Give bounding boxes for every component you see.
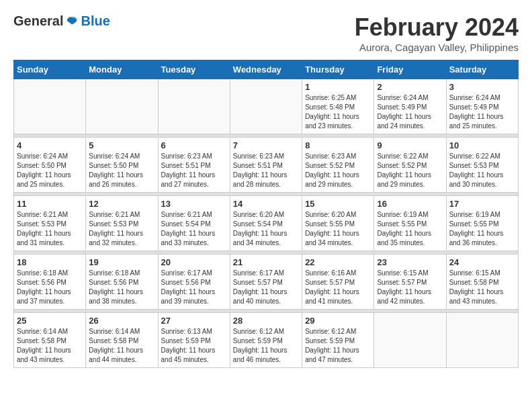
weekday-header-monday: Monday bbox=[86, 60, 158, 79]
calendar-day-cell: 20Sunrise: 6:17 AMSunset: 5:56 PMDayligh… bbox=[158, 255, 230, 310]
day-number: 17 bbox=[449, 199, 515, 209]
calendar-day-cell: 5Sunrise: 6:24 AMSunset: 5:50 PMDaylight… bbox=[86, 138, 158, 193]
calendar-day-cell: 25Sunrise: 6:14 AMSunset: 5:58 PMDayligh… bbox=[14, 313, 86, 368]
calendar-table: SundayMondayTuesdayWednesdayThursdayFrid… bbox=[13, 60, 519, 368]
day-number: 19 bbox=[89, 257, 154, 267]
calendar-subtitle: Aurora, Cagayan Valley, Philippines bbox=[355, 42, 519, 53]
calendar-day-cell: 27Sunrise: 6:13 AMSunset: 5:59 PMDayligh… bbox=[158, 313, 230, 368]
weekday-header-tuesday: Tuesday bbox=[158, 60, 230, 79]
day-number: 2 bbox=[377, 82, 443, 92]
day-info: Sunrise: 6:20 AMSunset: 5:55 PMDaylight:… bbox=[305, 210, 371, 248]
day-info: Sunrise: 6:23 AMSunset: 5:52 PMDaylight:… bbox=[305, 152, 371, 189]
calendar-day-cell bbox=[14, 79, 86, 134]
calendar-week-row-4: 18Sunrise: 6:18 AMSunset: 5:56 PMDayligh… bbox=[14, 255, 519, 310]
day-number: 8 bbox=[305, 140, 371, 150]
calendar-week-row-1: 1Sunrise: 6:25 AMSunset: 5:48 PMDaylight… bbox=[14, 79, 519, 134]
day-number: 4 bbox=[17, 140, 83, 150]
day-info: Sunrise: 6:24 AMSunset: 5:49 PMDaylight:… bbox=[449, 93, 515, 131]
calendar-day-cell: 3Sunrise: 6:24 AMSunset: 5:49 PMDaylight… bbox=[446, 79, 518, 134]
day-info: Sunrise: 6:23 AMSunset: 5:51 PMDaylight:… bbox=[161, 152, 227, 189]
day-info: Sunrise: 6:18 AMSunset: 5:56 PMDaylight:… bbox=[17, 269, 83, 306]
logo-bird-icon bbox=[66, 15, 78, 28]
calendar-title: February 2024 bbox=[355, 13, 519, 42]
day-number: 16 bbox=[377, 199, 443, 209]
logo-blue-text: Blue bbox=[81, 13, 109, 29]
day-info: Sunrise: 6:17 AMSunset: 5:57 PMDaylight:… bbox=[233, 269, 299, 306]
calendar-day-cell: 10Sunrise: 6:22 AMSunset: 5:53 PMDayligh… bbox=[446, 138, 518, 193]
day-number: 23 bbox=[377, 257, 443, 267]
day-info: Sunrise: 6:14 AMSunset: 5:58 PMDaylight:… bbox=[89, 327, 154, 365]
calendar-day-cell: 29Sunrise: 6:12 AMSunset: 5:59 PMDayligh… bbox=[302, 313, 374, 368]
day-info: Sunrise: 6:21 AMSunset: 5:53 PMDaylight:… bbox=[89, 210, 154, 248]
day-info: Sunrise: 6:14 AMSunset: 5:58 PMDaylight:… bbox=[17, 327, 83, 365]
weekday-header-saturday: Saturday bbox=[446, 60, 518, 79]
day-number: 14 bbox=[233, 199, 299, 209]
day-number: 21 bbox=[233, 257, 299, 267]
calendar-day-cell: 15Sunrise: 6:20 AMSunset: 5:55 PMDayligh… bbox=[302, 196, 374, 251]
calendar-week-row-5: 25Sunrise: 6:14 AMSunset: 5:58 PMDayligh… bbox=[14, 313, 519, 368]
calendar-day-cell: 14Sunrise: 6:20 AMSunset: 5:54 PMDayligh… bbox=[230, 196, 302, 251]
calendar-day-cell bbox=[158, 79, 230, 134]
title-section: February 2024 Aurora, Cagayan Valley, Ph… bbox=[355, 13, 519, 53]
day-info: Sunrise: 6:15 AMSunset: 5:57 PMDaylight:… bbox=[377, 269, 443, 306]
day-number: 5 bbox=[89, 140, 154, 150]
calendar-day-cell bbox=[230, 79, 302, 134]
calendar-day-cell bbox=[446, 313, 518, 368]
calendar-day-cell: 1Sunrise: 6:25 AMSunset: 5:48 PMDaylight… bbox=[302, 79, 374, 134]
day-number: 7 bbox=[233, 140, 299, 150]
calendar-day-cell: 24Sunrise: 6:15 AMSunset: 5:58 PMDayligh… bbox=[446, 255, 518, 310]
day-info: Sunrise: 6:19 AMSunset: 5:55 PMDaylight:… bbox=[377, 210, 443, 248]
day-number: 10 bbox=[449, 140, 515, 150]
day-number: 3 bbox=[449, 82, 515, 92]
day-info: Sunrise: 6:15 AMSunset: 5:58 PMDaylight:… bbox=[449, 269, 515, 306]
day-info: Sunrise: 6:16 AMSunset: 5:57 PMDaylight:… bbox=[305, 269, 371, 306]
day-number: 18 bbox=[17, 257, 83, 267]
day-number: 9 bbox=[377, 140, 443, 150]
calendar-day-cell: 8Sunrise: 6:23 AMSunset: 5:52 PMDaylight… bbox=[302, 138, 374, 193]
weekday-header-sunday: Sunday bbox=[14, 60, 86, 79]
day-number: 13 bbox=[161, 199, 227, 209]
day-number: 27 bbox=[161, 316, 227, 326]
day-number: 22 bbox=[305, 257, 371, 267]
calendar-day-cell: 28Sunrise: 6:12 AMSunset: 5:59 PMDayligh… bbox=[230, 313, 302, 368]
calendar-day-cell: 21Sunrise: 6:17 AMSunset: 5:57 PMDayligh… bbox=[230, 255, 302, 310]
calendar-day-cell bbox=[86, 79, 158, 134]
day-number: 6 bbox=[161, 140, 227, 150]
day-info: Sunrise: 6:20 AMSunset: 5:54 PMDaylight:… bbox=[233, 210, 299, 248]
day-number: 24 bbox=[449, 257, 515, 267]
calendar-day-cell: 6Sunrise: 6:23 AMSunset: 5:51 PMDaylight… bbox=[158, 138, 230, 193]
calendar-day-cell: 17Sunrise: 6:19 AMSunset: 5:55 PMDayligh… bbox=[446, 196, 518, 251]
day-info: Sunrise: 6:13 AMSunset: 5:59 PMDaylight:… bbox=[161, 327, 227, 365]
calendar-day-cell: 11Sunrise: 6:21 AMSunset: 5:53 PMDayligh… bbox=[14, 196, 86, 251]
day-info: Sunrise: 6:24 AMSunset: 5:49 PMDaylight:… bbox=[377, 93, 443, 131]
day-info: Sunrise: 6:12 AMSunset: 5:59 PMDaylight:… bbox=[305, 327, 371, 365]
weekday-header-row: SundayMondayTuesdayWednesdayThursdayFrid… bbox=[14, 60, 519, 79]
calendar-day-cell: 16Sunrise: 6:19 AMSunset: 5:55 PMDayligh… bbox=[374, 196, 446, 251]
day-info: Sunrise: 6:12 AMSunset: 5:59 PMDaylight:… bbox=[233, 327, 299, 365]
day-number: 26 bbox=[89, 316, 154, 326]
weekday-header-friday: Friday bbox=[374, 60, 446, 79]
calendar-day-cell: 23Sunrise: 6:15 AMSunset: 5:57 PMDayligh… bbox=[374, 255, 446, 310]
day-number: 11 bbox=[17, 199, 83, 209]
day-number: 1 bbox=[305, 82, 371, 92]
day-number: 28 bbox=[233, 316, 299, 326]
day-info: Sunrise: 6:24 AMSunset: 5:50 PMDaylight:… bbox=[17, 152, 83, 189]
day-number: 12 bbox=[89, 199, 154, 209]
day-info: Sunrise: 6:21 AMSunset: 5:53 PMDaylight:… bbox=[17, 210, 83, 248]
day-info: Sunrise: 6:22 AMSunset: 5:53 PMDaylight:… bbox=[449, 152, 515, 189]
calendar-day-cell: 9Sunrise: 6:22 AMSunset: 5:52 PMDaylight… bbox=[374, 138, 446, 193]
day-info: Sunrise: 6:25 AMSunset: 5:48 PMDaylight:… bbox=[305, 93, 371, 131]
logo-general-text: General bbox=[13, 13, 63, 29]
weekday-header-wednesday: Wednesday bbox=[230, 60, 302, 79]
calendar-day-cell: 4Sunrise: 6:24 AMSunset: 5:50 PMDaylight… bbox=[14, 138, 86, 193]
calendar-day-cell: 26Sunrise: 6:14 AMSunset: 5:58 PMDayligh… bbox=[86, 313, 158, 368]
day-number: 29 bbox=[305, 316, 371, 326]
calendar-day-cell bbox=[374, 313, 446, 368]
day-info: Sunrise: 6:23 AMSunset: 5:51 PMDaylight:… bbox=[233, 152, 299, 189]
calendar-day-cell: 13Sunrise: 6:21 AMSunset: 5:54 PMDayligh… bbox=[158, 196, 230, 251]
day-number: 25 bbox=[17, 316, 83, 326]
day-number: 15 bbox=[305, 199, 371, 209]
calendar-day-cell: 7Sunrise: 6:23 AMSunset: 5:51 PMDaylight… bbox=[230, 138, 302, 193]
calendar-day-cell: 2Sunrise: 6:24 AMSunset: 5:49 PMDaylight… bbox=[374, 79, 446, 134]
day-info: Sunrise: 6:24 AMSunset: 5:50 PMDaylight:… bbox=[89, 152, 154, 189]
